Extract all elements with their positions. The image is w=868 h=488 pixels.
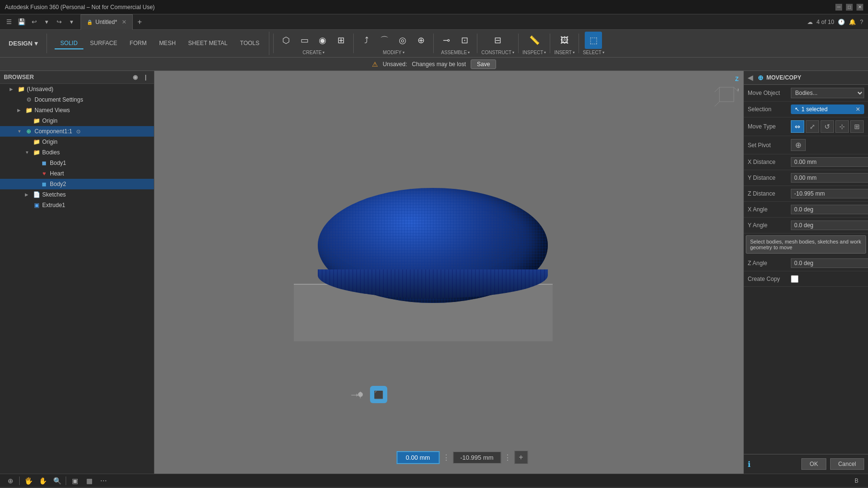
tree-item-component[interactable]: ▼ ⊕ Component1:1 ⊙ xyxy=(0,126,154,137)
create-label[interactable]: CREATE ▾ xyxy=(302,50,324,55)
axis-cube[interactable]: FRONT xyxy=(715,82,739,106)
create-copy-checkbox[interactable] xyxy=(791,275,799,283)
hand-button[interactable]: 🖐 xyxy=(23,475,34,487)
browser-pin-button[interactable]: | xyxy=(141,73,150,81)
more-options-button[interactable]: ⋯ xyxy=(98,475,109,487)
toolbar-separator-4 xyxy=(433,34,434,53)
move-point-button[interactable]: ⊹ xyxy=(835,120,849,133)
joint-button[interactable]: ⊸ xyxy=(438,32,455,49)
tab-form[interactable]: FORM xyxy=(124,38,152,49)
add-dimension-button[interactable]: + xyxy=(514,451,528,464)
close-button[interactable]: ✕ xyxy=(856,4,863,11)
tab-solid[interactable]: SOLID xyxy=(55,38,83,49)
cursor-icon: ↖ xyxy=(795,106,799,113)
measure-button[interactable]: 📏 xyxy=(526,32,543,49)
offset-plane-button[interactable]: ⊟ xyxy=(489,32,507,49)
construct-label[interactable]: CONSTRUCT ▾ xyxy=(481,50,514,55)
pan-button[interactable]: ✋ xyxy=(37,475,48,487)
create-copy-row: Create Copy xyxy=(744,271,868,287)
move-object-select[interactable]: Bodies... Faces Edges Vertices Component… xyxy=(791,88,864,98)
shell-button[interactable]: ◎ xyxy=(394,32,411,49)
new-tab-button[interactable]: + xyxy=(133,15,146,29)
maximize-button[interactable]: □ xyxy=(846,4,853,11)
x-dimension-input[interactable]: 0.00 mm xyxy=(396,451,440,464)
selection-clear-button[interactable]: ✕ xyxy=(856,106,860,113)
z-distance-input[interactable] xyxy=(791,189,868,198)
tree-item-origin-comp[interactable]: 📁 Origin xyxy=(0,137,154,147)
selection-count: 1 selected xyxy=(801,106,828,113)
cancel-button[interactable]: Cancel xyxy=(830,458,864,470)
grid-button[interactable]: ▦ xyxy=(83,475,95,487)
redo-arrow[interactable]: ▾ xyxy=(66,17,77,27)
help-icon[interactable]: ? xyxy=(860,19,863,25)
window-controls[interactable]: ─ □ ✕ xyxy=(835,4,863,11)
inspect-label[interactable]: INSPECT ▾ xyxy=(522,50,546,55)
create-form-button[interactable]: ◉ xyxy=(314,32,331,49)
undo-button[interactable]: ↩ xyxy=(29,17,39,27)
z-angle-input[interactable] xyxy=(791,258,868,268)
insert-label[interactable]: INSERT ▾ xyxy=(554,50,575,55)
ok-button[interactable]: OK xyxy=(801,458,826,470)
tree-item-origin-top[interactable]: 📁 Origin xyxy=(0,116,154,126)
display-mode-button[interactable]: ▣ xyxy=(69,475,81,487)
tree-item-named-views[interactable]: ▶ 📁 Named Views xyxy=(0,105,154,116)
tab-close-button[interactable]: ✕ xyxy=(122,19,127,25)
save-button[interactable]: 💾 xyxy=(16,17,27,27)
select-label[interactable]: SELECT ▾ xyxy=(583,50,604,55)
document-tab[interactable]: 🔒 Untitled* ✕ xyxy=(81,14,133,30)
move-rotate-button[interactable]: ↺ xyxy=(821,120,834,133)
move-along-button[interactable]: ⤢ xyxy=(806,120,819,133)
selection-badge[interactable]: ↖ 1 selected ✕ xyxy=(791,105,864,114)
orbit-button[interactable]: ⊕ xyxy=(5,475,16,487)
tab-surface[interactable]: SURFACE xyxy=(84,38,123,49)
z-dimension-input[interactable]: -10.995 mm xyxy=(453,452,501,464)
browser-collapse-button[interactable]: ◉ xyxy=(131,73,139,81)
set-pivot-button[interactable]: ⊕ xyxy=(791,139,806,151)
zoom-button[interactable]: 🔍 xyxy=(51,475,63,487)
save-button[interactable]: Save xyxy=(471,59,496,69)
tree-item-doc-settings[interactable]: ⚙ Document Settings xyxy=(0,94,154,105)
app-menu-button[interactable]: ☰ xyxy=(4,17,14,27)
assemble-label[interactable]: ASSEMBLE ▾ xyxy=(441,50,470,55)
panel-collapse-icon[interactable]: ◀ xyxy=(748,74,753,81)
dim-separator-1[interactable]: ⋮ xyxy=(441,453,451,462)
derive-button[interactable]: ⊞ xyxy=(332,32,349,49)
tab-sheet-metal[interactable]: SHEET METAL xyxy=(183,38,233,49)
move-free-button[interactable]: ⇔ xyxy=(791,120,804,133)
combine-button[interactable]: ⊕ xyxy=(412,32,429,49)
tab-mesh[interactable]: MESH xyxy=(153,38,182,49)
x-distance-row: X Distance xyxy=(744,154,868,170)
panel-footer: ℹ OK Cancel xyxy=(744,454,868,474)
minimize-button[interactable]: ─ xyxy=(835,4,842,11)
insert-image-button[interactable]: 🖼 xyxy=(556,32,573,49)
undo-arrow[interactable]: ▾ xyxy=(41,17,52,27)
x-distance-input[interactable] xyxy=(791,157,868,167)
tree-item-extrude1[interactable]: ▣ Extrude1 xyxy=(0,200,154,210)
tree-item-unsaved[interactable]: ▶ 📁 (Unsaved) xyxy=(0,84,154,94)
y-angle-input[interactable] xyxy=(791,221,868,230)
tree-item-bodies[interactable]: ▼ 📁 Bodies xyxy=(0,147,154,158)
fillet-button[interactable]: ⌒ xyxy=(376,32,393,49)
tree-item-body1[interactable]: ◼ Body1 xyxy=(0,158,154,168)
tree-item-sketches[interactable]: ▶ 📄 Sketches xyxy=(0,189,154,200)
x-angle-input[interactable] xyxy=(791,205,868,214)
select-button[interactable]: ⬚ xyxy=(585,32,602,49)
press-pull-button[interactable]: ⤴ xyxy=(358,32,375,49)
y-distance-input[interactable] xyxy=(791,173,868,183)
move-extra-button[interactable]: ⊞ xyxy=(850,120,864,133)
info-icon[interactable]: ℹ xyxy=(748,460,751,469)
move-widget-button[interactable]: ⬛ xyxy=(370,386,387,403)
select-icons: ⬚ xyxy=(585,32,602,49)
redo-button[interactable]: ↪ xyxy=(54,17,64,27)
tree-item-body2[interactable]: ◼ Body2 xyxy=(0,179,154,189)
design-menu[interactable]: DESIGN ▾ xyxy=(4,32,43,55)
viewport[interactable]: ↑ ⬛ → 0.00 mm ⋮ -10.995 mm ⋮ + Z xyxy=(154,71,743,474)
rigid-group-button[interactable]: ⊡ xyxy=(456,32,473,49)
dim-separator-2[interactable]: ⋮ xyxy=(503,453,512,462)
new-component-button[interactable]: ⬡ xyxy=(278,32,295,49)
tab-tools[interactable]: TOOLS xyxy=(234,38,265,49)
bell-icon[interactable]: 🔔 xyxy=(849,19,856,25)
tree-item-heart[interactable]: ♥ Heart xyxy=(0,168,154,179)
create-sketch-button[interactable]: ▭ xyxy=(296,32,313,49)
modify-label[interactable]: MODIFY ▾ xyxy=(383,50,405,55)
